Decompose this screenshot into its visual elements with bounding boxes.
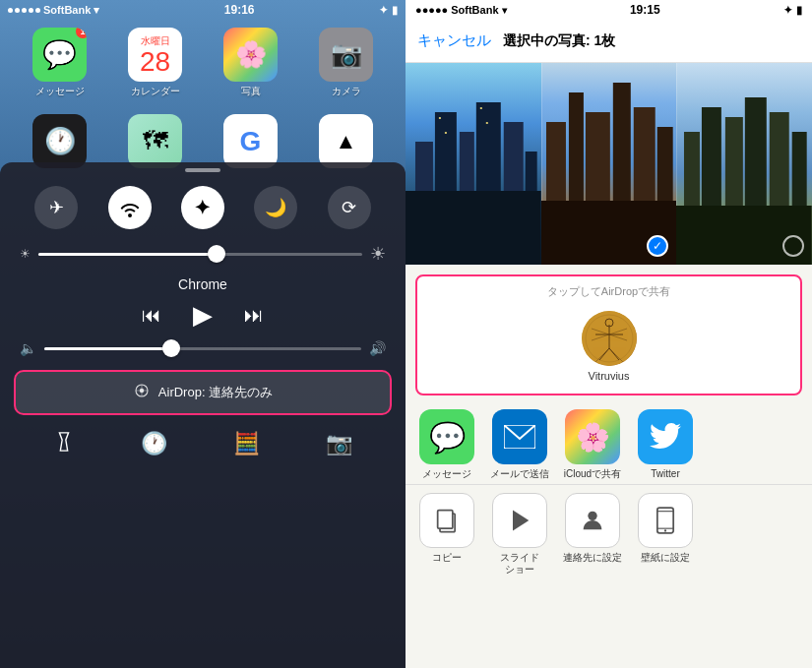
photos-icon-img: 🌸 <box>223 28 278 82</box>
prev-button[interactable]: ⏮ <box>142 304 161 327</box>
rotation-toggle[interactable]: ⟳ <box>328 186 371 229</box>
carrier-name-left: SoftBank <box>43 4 91 16</box>
app-icon-calendar[interactable]: 水曜日 28 カレンダー <box>120 28 191 98</box>
brightness-slider-row: ☀ ☀ <box>0 239 406 269</box>
carrier-left: SoftBank ▾ <box>8 4 99 17</box>
status-bar-right: ●●●●● SoftBank ▾ 19:15 ✦ ▮ <box>406 0 812 20</box>
calendar-icon-img: 水曜日 28 <box>128 28 182 82</box>
volume-high-icon: 🔊 <box>369 340 386 356</box>
calculator-button[interactable]: 🧮 <box>233 431 260 456</box>
signal-dot-2 <box>15 8 20 13</box>
cc-bottom-row: 🕐 🧮 📷 <box>0 421 406 460</box>
photo-city-2-bg: ✓ <box>541 63 677 265</box>
airdrop-contact-name: Vitruvius <box>589 370 630 382</box>
play-button[interactable]: ▶ <box>193 300 213 331</box>
wifi-icon <box>119 197 141 218</box>
action-item-wallpaper[interactable]: 壁紙に設定 <box>632 493 699 576</box>
signal-icon-right: ●●●●● <box>415 4 448 16</box>
messages-label: メッセージ <box>35 85 85 98</box>
flashlight-icon <box>53 431 75 453</box>
volume-thumb[interactable] <box>162 339 180 357</box>
clock-icon-symbol: 🕐 <box>44 126 76 156</box>
airdrop-section[interactable]: タップしてAirDropで共有 <box>415 274 802 395</box>
brightness-low-icon: ☀ <box>20 247 31 261</box>
volume-slider-row: 🔈 🔊 <box>0 338 406 364</box>
wifi-icon-right: ▾ <box>502 5 507 16</box>
wifi-toggle[interactable] <box>108 186 152 229</box>
clock-icon-img: 🕐 <box>32 114 87 168</box>
brightness-track[interactable] <box>38 253 362 256</box>
brightness-fill <box>38 253 217 256</box>
camera-bottom-button[interactable]: 📷 <box>326 431 352 456</box>
photo-city-3-bg <box>676 63 812 265</box>
photo-3[interactable] <box>676 63 812 265</box>
share-item-messages[interactable]: 💬 メッセージ <box>413 409 480 480</box>
camera-icon-img: 📷 <box>319 28 373 82</box>
airdrop-avatar[interactable] <box>582 311 637 366</box>
share-mail-icon <box>492 409 547 464</box>
photos-icon-symbol: 🌸 <box>235 39 267 70</box>
left-panel: SoftBank ▾ 19:16 ✦ ▮ 💬 1 メッセージ 水曜日 28 <box>0 0 406 668</box>
status-bar-left: SoftBank ▾ 19:16 ✦ ▮ <box>0 0 406 20</box>
action-wallpaper-icon <box>638 493 693 548</box>
action-item-contact[interactable]: 連絡先に設定 <box>559 493 626 576</box>
signal-dot-5 <box>35 8 40 13</box>
photo-circle <box>782 235 804 257</box>
signal-dots <box>8 8 40 13</box>
control-center: ✈ ✦ 🌙 ⟳ ☀ ☀ <box>0 162 406 668</box>
photo-city-1-bg <box>406 63 541 265</box>
share-item-mail[interactable]: メールで送信 <box>486 409 553 480</box>
dnd-toggle[interactable]: 🌙 <box>254 186 297 229</box>
status-right-icons-left: ✦ ▮ <box>379 4 398 17</box>
airdrop-button[interactable]: AirDrop: 連絡先のみ <box>14 370 392 415</box>
calendar-day-num: 28 <box>140 48 170 76</box>
photo-2[interactable]: ✓ <box>541 63 677 265</box>
svg-rect-9 <box>439 117 441 119</box>
maps-icon-img: 🗺 <box>128 114 182 168</box>
messages-share-symbol: 💬 <box>429 420 466 455</box>
timer-button[interactable]: 🕐 <box>141 431 167 456</box>
app-icon-photos[interactable]: 🌸 写真 <box>216 28 286 98</box>
action-item-slideshow[interactable]: スライド ショー <box>486 493 553 576</box>
svg-rect-11 <box>480 107 482 109</box>
action-item-copy[interactable]: コピー <box>413 493 480 576</box>
next-button[interactable]: ⏭ <box>244 304 264 327</box>
cancel-button[interactable]: キャンセル <box>417 31 491 50</box>
airplane-toggle[interactable]: ✈ <box>34 186 78 229</box>
share-icloud-label: iCloudで共有 <box>564 468 621 480</box>
photo-1[interactable] <box>406 63 541 265</box>
moon-icon: 🌙 <box>265 197 286 218</box>
bluetooth-icon: ✦ <box>194 196 211 219</box>
buildings-svg-1 <box>406 63 541 265</box>
playback-controls: ⏮ ▶ ⏭ <box>0 296 406 338</box>
airplane-icon: ✈ <box>49 197 64 218</box>
app-icon-camera[interactable]: 📷 カメラ <box>311 28 382 98</box>
play-svg-icon <box>506 507 533 534</box>
volume-track[interactable] <box>44 347 361 350</box>
nav-bar-right: キャンセル 選択中の写真: 1枚 <box>406 20 812 63</box>
share-row: 💬 メッセージ メールで送信 🌸 iCloudで共有 <box>406 401 812 484</box>
flashlight-button[interactable] <box>53 431 75 456</box>
status-right-icons-right: ✦ ▮ <box>783 4 802 17</box>
photo-strip: ✓ <box>406 63 812 265</box>
svg-point-43 <box>588 512 596 520</box>
twitter-bird-icon <box>650 423 681 451</box>
signal-dot-3 <box>22 8 27 13</box>
app-icon-messages[interactable]: 💬 1 メッセージ <box>25 28 95 98</box>
camera-icon-symbol: 📷 <box>331 39 362 70</box>
svg-point-1 <box>140 389 145 394</box>
svg-rect-8 <box>406 191 541 265</box>
phone-svg-icon <box>652 507 679 534</box>
action-contact-label: 連絡先に設定 <box>563 552 622 564</box>
volume-fill <box>44 347 171 350</box>
brightness-high-icon: ☀ <box>370 243 386 265</box>
battery-icon-right: ▮ <box>796 4 802 17</box>
share-item-icloud[interactable]: 🌸 iCloudで共有 <box>559 409 626 480</box>
person-svg-icon <box>579 507 606 534</box>
camera-label: カメラ <box>332 85 361 98</box>
drive-icon-symbol: ▲ <box>336 129 357 154</box>
bluetooth-toggle[interactable]: ✦ <box>181 186 224 229</box>
airdrop-label: AirDrop: 連絡先のみ <box>158 384 273 401</box>
brightness-thumb[interactable] <box>208 245 225 263</box>
share-item-twitter[interactable]: Twitter <box>632 409 699 480</box>
